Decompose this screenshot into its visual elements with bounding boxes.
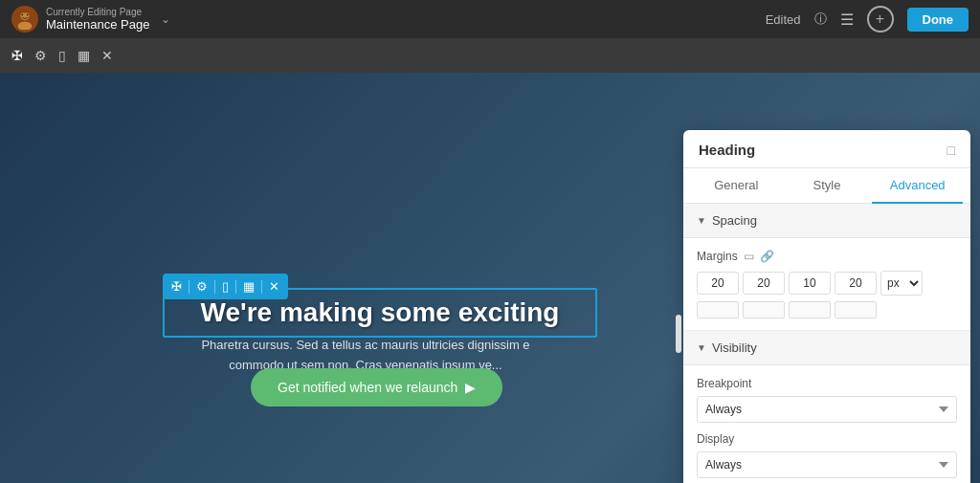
settings-panel: Heading □ General Style Advanced ▼ Spaci… <box>683 130 970 483</box>
element-columns-icon[interactable]: ▦ <box>240 277 257 296</box>
visibility-section-header[interactable]: ▼ Visibility <box>683 331 970 365</box>
breakpoint-select[interactable]: Always Desktop Tablet Mobile <box>697 396 957 423</box>
toolbar-separator-1 <box>189 280 189 294</box>
margin-unit-select[interactable]: px % em <box>880 271 923 296</box>
spacing-label: Spacing <box>712 213 757 228</box>
tab-general[interactable]: General <box>691 168 782 204</box>
panel-tabs: General Style Advanced <box>683 168 970 204</box>
margins-device-icon[interactable]: ▭ <box>744 250 754 263</box>
panel-body: ▼ Spacing Margins ▭ 🔗 px <box>683 204 970 483</box>
top-bar-right: Edited ⓘ ☰ + Done <box>766 6 969 33</box>
element-floating-toolbar: ✠ ⚙ ▯ ▦ ✕ <box>163 274 288 299</box>
element-settings-icon[interactable]: ⚙ <box>193 277 211 296</box>
subtext-line1: Pharetra cursus. Sed a tellus ac mauris … <box>201 338 529 352</box>
breakpoint-label: Breakpoint <box>697 377 957 390</box>
visibility-label: Visibility <box>712 340 757 355</box>
toolbar-separator-4 <box>261 280 262 294</box>
page-switcher-chevron[interactable]: ⌄ <box>161 12 170 26</box>
duplicate-toolbar-icon[interactable]: ▯ <box>58 48 66 63</box>
history-icon[interactable]: ☰ <box>840 11 854 29</box>
margins-link-icon[interactable]: 🔗 <box>760 250 774 263</box>
panel-drag-handle[interactable] <box>676 315 681 353</box>
visibility-chevron-icon: ▼ <box>697 342 706 353</box>
margin-left-input[interactable] <box>835 272 877 295</box>
settings-toolbar-icon[interactable]: ⚙ <box>34 48 47 63</box>
margin-boxes-row <box>697 301 957 318</box>
spacing-section-header[interactable]: ▼ Spacing <box>683 204 970 238</box>
cta-icon: ▶ <box>465 380 476 395</box>
panel-title: Heading <box>699 142 755 167</box>
done-button[interactable]: Done <box>907 8 969 32</box>
margin-right-input[interactable] <box>743 272 785 295</box>
help-icon[interactable]: ⓘ <box>814 11 827 28</box>
tab-advanced[interactable]: Advanced <box>872 168 963 204</box>
toolbar-separator-3 <box>235 280 236 294</box>
panel-minimize-icon[interactable]: □ <box>947 143 955 167</box>
element-toolbar-bar: ✠ ⚙ ▯ ▦ ✕ <box>0 38 980 73</box>
columns-toolbar-icon[interactable]: ▦ <box>78 48 90 63</box>
currently-editing-label: Currently Editing Page <box>46 7 149 17</box>
edited-status: Edited <box>766 12 801 27</box>
margin-right-checkbox[interactable] <box>743 301 785 318</box>
avatar <box>11 6 38 33</box>
svg-point-2 <box>21 14 23 16</box>
visibility-section-content: Breakpoint Always Desktop Tablet Mobile … <box>683 365 970 483</box>
svg-point-1 <box>18 22 33 30</box>
page-canvas: ✠ ⚙ ▯ ▦ ✕ We're making some exciting Pha… <box>0 73 980 483</box>
element-close-icon[interactable]: ✕ <box>266 277 282 296</box>
margin-bottom-input[interactable] <box>789 272 831 295</box>
margin-inputs-row: px % em <box>697 271 957 296</box>
display-select[interactable]: Always Block Inline None <box>697 451 957 478</box>
top-bar-info: Currently Editing Page Maintenance Page <box>46 7 149 32</box>
add-button[interactable]: + <box>867 6 894 33</box>
margins-label: Margins <box>697 250 738 263</box>
spacing-section-content: Margins ▭ 🔗 px % em <box>683 238 970 331</box>
cta-label: Get notified when we relaunch <box>278 380 457 395</box>
tab-style[interactable]: Style <box>782 168 873 204</box>
spacing-chevron-icon: ▼ <box>697 215 706 226</box>
display-label: Display <box>697 432 957 446</box>
panel-header: Heading □ <box>683 130 970 168</box>
margin-top-checkbox[interactable] <box>697 301 739 318</box>
margin-bottom-checkbox[interactable] <box>789 301 831 318</box>
svg-point-3 <box>27 14 29 16</box>
move-toolbar-icon[interactable]: ✠ <box>11 48 23 63</box>
margins-label-row: Margins ▭ 🔗 <box>697 250 957 263</box>
margin-left-checkbox[interactable] <box>835 301 877 318</box>
close-toolbar-icon[interactable]: ✕ <box>101 48 113 63</box>
element-duplicate-icon[interactable]: ▯ <box>219 277 232 296</box>
page-title: Maintenance Page <box>46 17 149 32</box>
toolbar-separator-2 <box>214 280 215 294</box>
top-bar-left: Currently Editing Page Maintenance Page … <box>11 6 170 33</box>
margin-top-input[interactable] <box>697 272 739 295</box>
element-move-icon[interactable]: ✠ <box>168 277 185 296</box>
top-bar: Currently Editing Page Maintenance Page … <box>0 0 980 38</box>
cta-button[interactable]: Get notified when we relaunch ▶ <box>251 368 502 406</box>
